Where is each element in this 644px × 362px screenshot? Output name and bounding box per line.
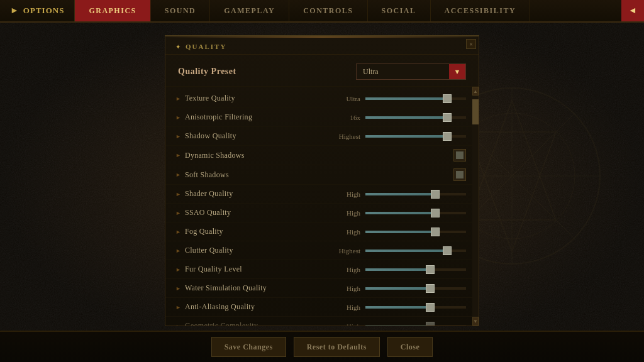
section-icon: ✦ bbox=[175, 43, 180, 50]
slider-fill-10 bbox=[365, 287, 431, 290]
setting-value-11: High bbox=[333, 304, 360, 311]
slider-track-7 bbox=[365, 231, 466, 233]
scrollbar-up-button[interactable]: ▲ bbox=[472, 87, 479, 96]
slider-fill-6 bbox=[365, 212, 436, 214]
setting-checkbox-3[interactable] bbox=[453, 149, 466, 162]
slider-0[interactable] bbox=[365, 95, 466, 102]
scrollbar-track: ▲ ▼ bbox=[472, 87, 479, 326]
setting-row-3: ►Dynamic Shadows bbox=[165, 146, 479, 165]
slider-handle-11[interactable] bbox=[426, 303, 435, 312]
scrollbar-handle[interactable] bbox=[472, 99, 479, 124]
setting-row-12: ►Geometric ComplexityHigh bbox=[165, 317, 479, 326]
setting-value-2: Highest bbox=[333, 133, 360, 140]
slider-fill-9 bbox=[365, 268, 431, 271]
setting-row-0: ►Texture QualityUltra bbox=[165, 89, 479, 108]
slider-8[interactable] bbox=[365, 247, 466, 255]
slider-track-1 bbox=[365, 116, 466, 119]
nav-tab-accessibility[interactable]: ACCESSIBILITY bbox=[431, 0, 531, 21]
close-button[interactable]: Close bbox=[387, 337, 433, 357]
nav-tab-gameplay[interactable]: GAMEPLAY bbox=[210, 0, 289, 21]
slider-fill-7 bbox=[365, 231, 436, 233]
slider-fill-8 bbox=[365, 250, 448, 252]
quality-preset-dropdown[interactable]: Ultra ▼ bbox=[356, 63, 466, 80]
settings-panel: × ✦ QUALITY Quality Preset Ultra ▼ ►Text… bbox=[165, 35, 479, 326]
slider-handle-5[interactable] bbox=[431, 190, 440, 199]
setting-name-12: Geometric Complexity bbox=[185, 321, 333, 326]
setting-row-1: ►Anisotropic Filtering16x bbox=[165, 108, 479, 127]
reset-to-defaults-button[interactable]: Reset to Defaults bbox=[294, 337, 380, 357]
setting-arrow-icon-1: ► bbox=[175, 114, 181, 121]
slider-track-8 bbox=[365, 250, 466, 252]
nav-back-icon: ◄ bbox=[628, 6, 637, 16]
slider-track-12 bbox=[365, 325, 466, 326]
slider-6[interactable] bbox=[365, 209, 466, 217]
setting-name-5: Shader Quality bbox=[185, 189, 333, 199]
slider-handle-0[interactable] bbox=[443, 94, 452, 103]
save-changes-button[interactable]: Save Changes bbox=[211, 337, 286, 357]
slider-handle-2[interactable] bbox=[443, 132, 452, 141]
slider-handle-12[interactable] bbox=[426, 322, 435, 326]
slider-track-0 bbox=[365, 97, 466, 100]
slider-12[interactable] bbox=[365, 322, 466, 326]
setting-row-8: ►Clutter QualityHighest bbox=[165, 241, 479, 260]
setting-row-5: ►Shader QualityHigh bbox=[165, 185, 479, 204]
setting-row-7: ►Fog QualityHigh bbox=[165, 222, 479, 241]
setting-name-8: Clutter Quality bbox=[185, 246, 333, 255]
slider-5[interactable] bbox=[365, 190, 466, 198]
slider-1[interactable] bbox=[365, 114, 466, 121]
nav-back-button[interactable]: ◄ bbox=[621, 0, 644, 21]
nav-tab-social[interactable]: SOCIAL bbox=[368, 0, 431, 21]
slider-9[interactable] bbox=[365, 266, 466, 273]
setting-name-6: SSAO Quality bbox=[185, 208, 333, 217]
slider-handle-7[interactable] bbox=[431, 228, 440, 236]
slider-fill-0 bbox=[365, 97, 448, 100]
setting-name-1: Anisotropic Filtering bbox=[185, 112, 333, 122]
slider-fill-1 bbox=[365, 116, 448, 119]
slider-7[interactable] bbox=[365, 228, 466, 236]
setting-name-7: Fog Quality bbox=[185, 227, 333, 236]
section-title: QUALITY bbox=[186, 43, 226, 50]
slider-track-9 bbox=[365, 268, 466, 271]
slider-track-6 bbox=[365, 212, 466, 214]
top-nav: ► OPTIONS GRAPHICSSOUNDGAMEPLAYCONTROLSS… bbox=[0, 0, 644, 23]
setting-checkbox-4[interactable] bbox=[453, 168, 466, 181]
setting-arrow-icon-11: ► bbox=[175, 304, 181, 310]
scrollbar-down-button[interactable]: ▼ bbox=[472, 317, 479, 326]
nav-options-section: ► OPTIONS bbox=[0, 0, 75, 21]
nav-tab-controls[interactable]: CONTROLS bbox=[289, 0, 367, 21]
setting-name-3: Dynamic Shadows bbox=[185, 151, 453, 160]
setting-value-9: High bbox=[333, 266, 360, 273]
setting-name-9: Fur Quality Level bbox=[185, 265, 333, 274]
slider-handle-6[interactable] bbox=[431, 209, 440, 217]
nav-tab-graphics[interactable]: GRAPHICS bbox=[75, 0, 150, 21]
nav-tab-sound[interactable]: SOUND bbox=[151, 0, 211, 21]
slider-11[interactable] bbox=[365, 304, 466, 311]
setting-arrow-icon-4: ► bbox=[175, 172, 181, 178]
slider-handle-9[interactable] bbox=[426, 265, 435, 274]
scrollbar[interactable]: ▲ ▼ bbox=[472, 87, 479, 326]
slider-10[interactable] bbox=[365, 285, 466, 292]
setting-arrow-icon-2: ► bbox=[175, 133, 181, 140]
slider-handle-1[interactable] bbox=[443, 113, 452, 122]
slider-track-2 bbox=[365, 135, 466, 138]
setting-row-10: ►Water Simulation QualityHigh bbox=[165, 279, 479, 298]
setting-value-0: Ultra bbox=[333, 95, 360, 102]
setting-arrow-icon-5: ► bbox=[175, 191, 181, 197]
panel-close-button[interactable]: × bbox=[466, 39, 476, 49]
nav-options-label: OPTIONS bbox=[23, 6, 65, 16]
quality-preset-arrow-icon[interactable]: ▼ bbox=[449, 64, 465, 79]
setting-value-10: High bbox=[333, 285, 360, 292]
bottom-bar: Save Changes Reset to Defaults Close bbox=[0, 331, 644, 362]
slider-handle-8[interactable] bbox=[443, 246, 452, 255]
quality-preset-row: Quality Preset Ultra ▼ bbox=[165, 55, 479, 87]
setting-name-0: Texture Quality bbox=[185, 94, 333, 103]
slider-track-11 bbox=[365, 306, 466, 309]
slider-2[interactable] bbox=[365, 133, 466, 140]
slider-fill-12 bbox=[365, 325, 431, 326]
setting-name-10: Water Simulation Quality bbox=[185, 283, 333, 293]
quality-preset-label: Quality Preset bbox=[178, 67, 236, 77]
section-header: ✦ QUALITY bbox=[165, 36, 479, 55]
setting-arrow-icon-0: ► bbox=[175, 96, 181, 102]
slider-handle-10[interactable] bbox=[426, 284, 435, 293]
setting-name-2: Shadow Quality bbox=[185, 131, 333, 141]
